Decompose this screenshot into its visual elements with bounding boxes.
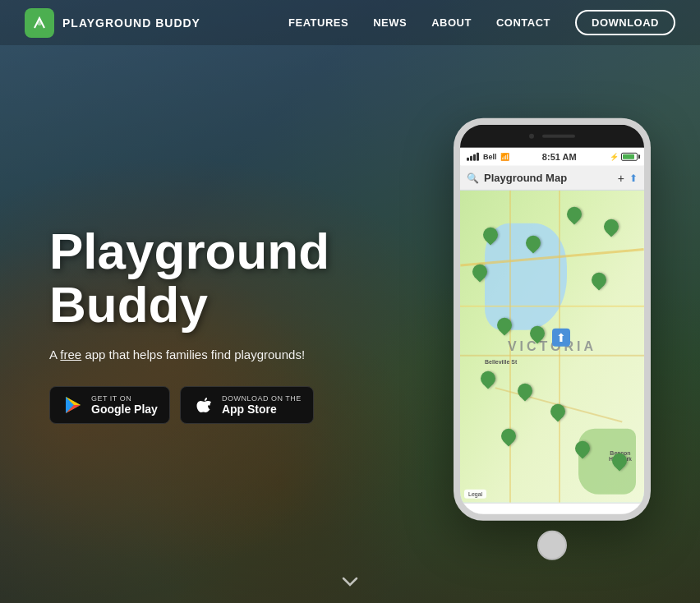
phone-tabs: 🗺 Map ☆ Favorites ℹ About [460,503,644,521]
bluetooth-icon: ⚡ [610,153,619,161]
apple-icon [192,394,215,417]
phone-home-button[interactable] [537,531,567,560]
signal-bar-2 [470,156,472,161]
nav-link-contact[interactable]: CONTACT [496,16,550,29]
logo-icon [25,8,54,38]
hero-title: Playground Buddy [49,224,329,331]
phone-search-bar[interactable]: 🔍 Playground Map + ⬆ [460,166,644,191]
carrier-name: Bell [483,153,497,161]
status-right: ⚡ [610,153,638,161]
phone-status-bar: Bell 📶 8:51 AM ⚡ [460,148,644,166]
map-road-4 [460,355,644,357]
nav-link-features[interactable]: FEATURES [288,16,348,29]
about-tab-icon: ℹ [611,513,617,521]
map-road-2 [460,306,644,307]
signal-bar-1 [467,158,469,161]
app-store-button[interactable]: Download on the App Store [180,386,314,424]
hero-text-block: Playground Buddy A free app that helps f… [49,224,329,424]
wifi-icon: 📶 [500,153,509,161]
nav-download-button[interactable]: DOWNLOAD [575,10,675,35]
svg-point-1 [37,21,42,25]
locate-icon: ⬆ [629,172,638,183]
phone-top-bar [460,125,644,148]
tab-map[interactable]: 🗺 Map [480,514,495,521]
nav-logo-text: PLAYGROUND BUDDY [62,16,200,30]
nav-link-news[interactable]: NEWS [373,16,407,29]
phone-mockup: Bell 📶 8:51 AM ⚡ 🔍 Playground Map + ⬆ [454,118,651,526]
hero-subtitle: A free app that helps families find play… [49,348,329,361]
map-road-6 [509,191,511,503]
map-street-label: Belleville St [485,359,517,365]
map-tab-icon: 🗺 [480,514,495,521]
phone-map[interactable]: Belleville St VICTORIA BeaconHill Park [460,191,644,503]
google-play-button[interactable]: GET IT ON Google Play [49,386,170,424]
google-play-text: GET IT ON Google Play [91,394,158,416]
signal-bar-3 [473,154,476,161]
status-time: 8:51 AM [509,152,610,162]
nav-link-about[interactable]: ABOUT [431,16,472,29]
scroll-indicator[interactable] [342,573,358,591]
add-icon: + [618,171,624,184]
store-buttons: GET IT ON Google Play Download on the Ap… [49,386,329,424]
app-store-text: Download on the App Store [222,394,302,416]
phone-frame: Bell 📶 8:51 AM ⚡ 🔍 Playground Map + ⬆ [454,118,651,521]
signal-bars [467,153,479,161]
map-location-marker: ⬆ [552,329,570,347]
search-icon: 🔍 [467,172,479,183]
google-play-icon [62,394,85,417]
battery-icon [621,153,638,161]
nav-links: FEATURES NEWS ABOUT CONTACT DOWNLOAD [288,10,675,35]
signal-bar-4 [477,153,479,161]
battery-fill [623,154,634,159]
carrier-info: Bell 📶 [467,153,509,161]
nav-logo[interactable]: PLAYGROUND BUDDY [25,8,200,38]
tab-favorites[interactable]: ☆ Favorites [535,513,565,521]
favorites-tab-icon: ☆ [543,513,556,521]
phone-speaker [542,135,575,138]
phone-camera [529,134,534,139]
tab-about[interactable]: ℹ About [605,513,624,521]
map-title: Playground Map [484,172,613,184]
map-legend: Legal [464,490,486,499]
navbar: PLAYGROUND BUDDY FEATURES NEWS ABOUT CON… [0,0,700,45]
